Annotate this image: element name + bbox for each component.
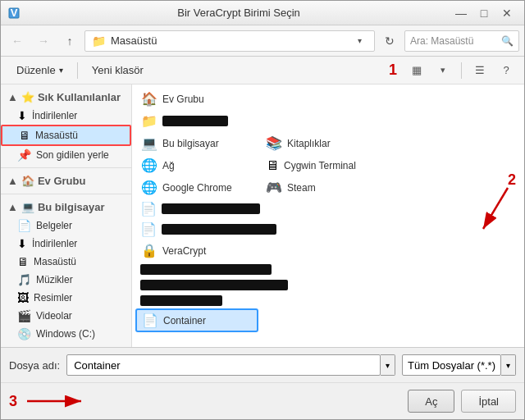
desktop-icon: 🖥 xyxy=(19,129,30,142)
action-bar: 3 Aç İptal xyxy=(1,382,524,419)
favorites-group: ▲ ⭐ Sık Kullanılanlar ⬇ İndirilenler 🖥 M… xyxy=(1,88,131,164)
cygwin-name: Cygwin Terminal xyxy=(284,160,356,171)
file-item-veracrypt[interactable]: 🔒 VeraCrypt xyxy=(135,240,258,262)
sidebar-documents-label: Belgeler xyxy=(36,220,72,231)
computer-group: ▲ 💻 Bu bilgisayar 📄 Belgeler ⬇ İndirilen… xyxy=(1,198,131,343)
redacted2-icon: 📄 xyxy=(140,201,157,217)
sidebar-item-videos[interactable]: 🎬 Videolar xyxy=(1,307,131,325)
refresh-button[interactable]: ↻ xyxy=(378,30,401,52)
file-row-veracrypt: 🔒 VeraCrypt xyxy=(135,240,521,262)
annotation-1: 1 xyxy=(389,62,397,79)
organize-button[interactable]: Düzenle ▾ xyxy=(7,60,72,81)
file-item-redacted6[interactable] xyxy=(135,293,521,308)
address-text: Masaüstü xyxy=(111,34,351,47)
sidebar-pictures-label: Resimler xyxy=(34,292,72,304)
sidebar-drive-label: Windows (C:) xyxy=(36,328,95,340)
redacted4-name xyxy=(140,264,272,275)
sidebar-item-desktop[interactable]: 🖥 Masaüstü xyxy=(1,125,131,146)
filetype-dropdown-btn[interactable]: ▾ xyxy=(501,354,516,376)
filename-input[interactable]: Container xyxy=(66,354,381,376)
redacted1-name xyxy=(162,116,228,126)
computer-header[interactable]: ▲ 💻 Bu bilgisayar xyxy=(1,198,131,217)
ev-grubu-icon: 🏠 xyxy=(141,91,158,107)
filetype-select[interactable]: Tüm Dosyalar (*.*) xyxy=(402,354,501,376)
bottom-bar: Dosya adı: Container ▾ Tüm Dosyalar (*.*… xyxy=(1,347,524,382)
up-button[interactable]: ↑ xyxy=(58,30,81,52)
sidebar-item-downloads2[interactable]: ⬇ İndirilenler xyxy=(1,235,131,253)
file-item-container[interactable]: 📄 Container xyxy=(135,308,258,332)
sidebar-item-downloads[interactable]: ⬇ İndirilenler xyxy=(1,107,131,125)
search-box[interactable]: Ara: Masaüstü 🔍 xyxy=(404,30,519,52)
ag-icon: 🌐 xyxy=(141,158,158,173)
filename-dropdown-btn[interactable]: ▾ xyxy=(381,354,395,376)
view-large-icons-button[interactable]: ▦ xyxy=(405,60,428,81)
file-row-3: 🌐 Ağ 🖥 Cygwin Terminal xyxy=(135,154,521,176)
close-button[interactable]: ✕ xyxy=(496,4,518,22)
cygwin-icon: 🖥 xyxy=(266,158,279,173)
address-dropdown-arrow[interactable]: ▾ xyxy=(351,36,368,45)
desktop2-icon: 🖥 xyxy=(17,255,29,268)
computer-chevron: ▲ xyxy=(7,201,18,213)
favorites-chevron: ▲ xyxy=(7,91,18,103)
toolbar-separator xyxy=(77,62,78,79)
file-item-cygwin[interactable]: 🖥 Cygwin Terminal xyxy=(260,154,383,176)
sidebar: ▲ ⭐ Sık Kullanılanlar ⬇ İndirilenler 🖥 M… xyxy=(1,84,132,347)
file-item-redacted5[interactable] xyxy=(135,277,521,293)
maximize-button[interactable]: □ xyxy=(473,4,495,22)
preview-pane-button[interactable]: ☰ xyxy=(468,60,491,81)
sidebar-downloads-label: İndirilenler xyxy=(32,110,77,121)
file-item-redacted3[interactable]: 📄 xyxy=(135,219,521,240)
steam-name: Steam xyxy=(287,182,316,194)
favorites-header[interactable]: ▲ ⭐ Sık Kullanılanlar xyxy=(1,88,131,107)
title-bar: V Bir VeraCrypt Birimi Seçin — □ ✕ xyxy=(1,1,524,25)
kitapliklar-icon: 📚 xyxy=(266,135,282,151)
sidebar-item-recent[interactable]: 📌 Son gidilen yerle xyxy=(1,146,131,164)
redacted1-icon: 📁 xyxy=(141,113,158,129)
file-item-chrome[interactable]: 🌐 Google Chrome xyxy=(135,176,258,199)
redacted3-icon: 📄 xyxy=(140,221,157,237)
drive-icon: 💿 xyxy=(17,327,31,340)
help-button[interactable]: ? xyxy=(495,60,518,81)
computer-icon: 💻 xyxy=(21,201,34,213)
sidebar-item-music[interactable]: 🎵 Müzikler xyxy=(1,271,131,289)
open-button[interactable]: Aç xyxy=(408,390,454,413)
favorites-star-icon: ⭐ xyxy=(21,91,34,103)
homegroup-label: Ev Grubu xyxy=(38,175,86,187)
bilgisayar-icon: 💻 xyxy=(141,135,158,151)
veracrypt-name: VeraCrypt xyxy=(162,245,206,257)
documents-icon: 📄 xyxy=(17,219,31,232)
cancel-button[interactable]: İptal xyxy=(461,390,516,413)
filetype-value: Tüm Dosyalar (*.*) xyxy=(408,359,495,372)
sidebar-item-drive[interactable]: 💿 Windows (C:) xyxy=(1,325,131,343)
veracrypt-icon: 🔒 xyxy=(141,243,158,258)
new-folder-button[interactable]: Yeni klasör xyxy=(83,60,153,81)
file-item-steam[interactable]: 🎮 Steam xyxy=(260,176,383,199)
toolbar: Düzenle ▾ Yeni klasör 1 ▦ ▾ ☰ ? xyxy=(1,57,524,84)
file-list: 🏠 Ev Grubu 📁 💻 Bu bilgisayar 📚 Kitaplık xyxy=(132,84,524,347)
forward-button[interactable]: → xyxy=(32,30,55,52)
favorites-label: Sık Kullanılanlar xyxy=(38,91,121,103)
file-item-kitapliklar[interactable]: 📚 Kitaplıklar xyxy=(260,132,383,154)
file-item-redacted1[interactable]: 📁 xyxy=(135,110,521,132)
redacted6-name xyxy=(140,295,222,306)
minimize-button[interactable]: — xyxy=(450,4,472,22)
homegroup-chevron: ▲ xyxy=(7,175,18,187)
sidebar-recent-label: Son gidilen yerle xyxy=(36,149,109,161)
sidebar-item-documents[interactable]: 📄 Belgeler xyxy=(1,217,131,235)
organize-label: Düzenle xyxy=(16,64,56,76)
back-button[interactable]: ← xyxy=(6,30,29,52)
redacted5-name xyxy=(140,280,288,290)
annotation-3: 3 xyxy=(9,393,17,410)
steam-icon: 🎮 xyxy=(266,180,282,195)
address-input[interactable]: 📁 Masaüstü ▾ xyxy=(84,30,375,52)
sidebar-item-desktop2[interactable]: 🖥 Masaüstü xyxy=(1,253,131,271)
file-item-redacted2[interactable]: 📄 xyxy=(135,199,521,219)
homegroup-header[interactable]: ▲ 🏠 Ev Grubu xyxy=(1,171,131,190)
file-item-ag[interactable]: 🌐 Ağ xyxy=(135,154,258,176)
filename-value: Container xyxy=(74,359,120,372)
sidebar-item-pictures[interactable]: 🖼 Resimler xyxy=(1,289,131,307)
file-item-ev-grubu[interactable]: 🏠 Ev Grubu xyxy=(135,88,521,110)
file-item-redacted4[interactable] xyxy=(135,262,521,277)
file-item-bilgisayar[interactable]: 💻 Bu bilgisayar xyxy=(135,132,258,154)
view-details-button[interactable]: ▾ xyxy=(431,60,454,81)
